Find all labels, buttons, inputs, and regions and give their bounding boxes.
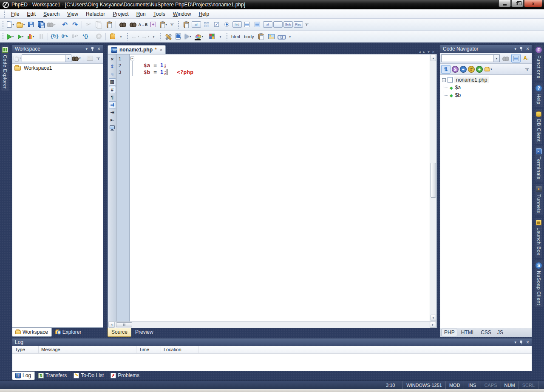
reload-lines-icon[interactable]: ≈ [109, 71, 116, 78]
insert-link-button[interactable] [277, 31, 286, 41]
step-into-button[interactable]: {↻} [50, 31, 60, 41]
toolbar-grip[interactable] [159, 33, 161, 40]
outdent-icon[interactable]: ⇤ [109, 116, 116, 124]
show-statics-button[interactable]: S [452, 66, 459, 73]
collapse-icon[interactable]: − [442, 78, 446, 82]
paste-html-button[interactable] [256, 31, 266, 41]
toolbar-grip[interactable] [2, 33, 4, 40]
toolbar-overflow[interactable]: ▾ [119, 35, 123, 38]
tree-file-row[interactable]: − noname1.php [440, 76, 532, 84]
column-type[interactable]: Type [12, 346, 39, 353]
workspace-filter-input[interactable] [22, 55, 65, 62]
pin-icon[interactable] [91, 47, 94, 51]
tab-launch-box[interactable]: Launch Box [535, 218, 542, 258]
doc-properties-button[interactable] [173, 31, 183, 41]
toolbar-overflow[interactable]: ▾ [305, 23, 309, 26]
tab-terminals[interactable]: >_ Terminals [535, 146, 543, 182]
show-public-button[interactable]: + [476, 66, 483, 73]
insert-submit-button[interactable]: Sub [283, 20, 293, 29]
tree-symbol-row[interactable]: ◆ $b [440, 91, 532, 99]
insert-body-tag-button[interactable]: body [242, 31, 256, 41]
code-editor[interactable]: − <?php $a = 1; $b = 1; [130, 54, 430, 321]
tab-nusoap-client[interactable]: S NuSoap Client [535, 260, 543, 307]
show-private-button[interactable]: − [460, 66, 467, 73]
run-to-cursor-button[interactable]: *{} [80, 31, 90, 41]
indent-icon[interactable]: ⇥ [109, 109, 116, 116]
menu-tools[interactable]: Tools [150, 10, 169, 18]
tab-html[interactable]: HTML [459, 329, 477, 336]
undo-button[interactable]: ↶ [60, 20, 70, 29]
run-button[interactable]: ▾ [6, 31, 15, 41]
menu-window[interactable]: Window [169, 10, 195, 18]
scroll-right-icon[interactable]: ▸ [430, 322, 436, 328]
horizontal-scroll-track[interactable] [115, 322, 429, 328]
settings-button[interactable] [163, 31, 173, 41]
insert-radio-button[interactable] [222, 20, 232, 29]
insert-edit-button[interactable]: xI [263, 20, 272, 29]
save-button[interactable] [26, 20, 36, 29]
toolbar-overflow[interactable]: ▾ [218, 35, 222, 38]
save-as-button[interactable]: ▾ [46, 20, 56, 29]
log-title-bar[interactable]: Log ▾ × [12, 338, 532, 346]
symbol-filter-input[interactable] [442, 55, 493, 62]
tab-php[interactable]: PHP [442, 329, 457, 336]
horizontal-scroll-thumb[interactable] [116, 322, 132, 327]
new-file-button[interactable]: ▾ [6, 20, 15, 29]
insert-button-button[interactable] [273, 20, 283, 29]
insert-text-field-button[interactable]: aI [191, 20, 201, 29]
pause-button[interactable] [36, 31, 46, 41]
tab-problems[interactable]: ✗ Problems [108, 372, 143, 380]
insert-radio-group-button[interactable] [201, 20, 211, 29]
panel-close-icon[interactable]: × [526, 46, 529, 52]
title-bar[interactable]: PhpED - Workspace1 - [C:\Users\Oleg Kasy… [0, 0, 544, 9]
vertical-scrollbar[interactable]: ▴ ▾ [430, 54, 436, 321]
vertical-scroll-thumb[interactable] [431, 163, 436, 198]
tab-noname1-php[interactable]: PHP noname1.php * × [108, 45, 166, 54]
tab-scroll-right-icon[interactable]: ▸ [423, 50, 425, 54]
toolbar-overflow[interactable]: ▾ [288, 35, 292, 38]
copy-button[interactable] [94, 20, 104, 29]
workspace-action-button[interactable]: ▾ [13, 54, 22, 63]
vertical-scroll-track[interactable] [430, 62, 436, 314]
tab-todo-list[interactable]: To-Do List [71, 372, 107, 380]
tree-symbol-row[interactable]: ◆ $a [440, 84, 532, 91]
insert-hidden-field-button[interactable]: hid [232, 20, 242, 29]
split-editor-icon[interactable]: ⇕ [109, 63, 116, 70]
find-in-files-button[interactable]: + [148, 20, 158, 29]
panel-menu-icon[interactable]: ▾ [514, 340, 516, 344]
close-editor-icon[interactable]: × [109, 55, 116, 62]
insert-reset-button[interactable]: Res [293, 20, 303, 29]
workspace-find-button[interactable]: ▾ [71, 54, 81, 63]
menu-help[interactable]: Help [195, 10, 213, 18]
debug-button[interactable]: ▾ [16, 31, 26, 41]
tab-js[interactable]: JS [495, 329, 505, 336]
deploy-button[interactable]: ▾ [183, 31, 193, 41]
open-file-button[interactable]: ▾ [16, 20, 26, 29]
line-numbers-icon[interactable]: # [109, 86, 116, 93]
workspace-filter-combo[interactable]: ▾ [22, 54, 71, 62]
toolbar-grip[interactable] [178, 21, 179, 28]
tab-workspace[interactable]: Workspace [12, 328, 52, 337]
menu-view[interactable]: View [63, 10, 82, 18]
tab-css[interactable]: CSS [479, 329, 493, 336]
column-message[interactable]: Message [39, 346, 136, 353]
find-next-button[interactable] [128, 20, 138, 29]
tab-code-explorer[interactable]: Code Explorer [1, 45, 9, 91]
combo-dropdown-icon[interactable]: ▾ [493, 55, 499, 62]
tab-db-client[interactable]: DB Client [535, 109, 542, 144]
navigator-find-button[interactable] [501, 54, 510, 62]
navigate-back-button[interactable]: ←▾ [130, 31, 140, 41]
step-over-button[interactable]: 0↷ [60, 31, 70, 41]
menu-file[interactable]: File [7, 10, 23, 18]
tab-close-all-icon[interactable]: × [432, 50, 434, 54]
tab-preview[interactable]: Preview [132, 328, 157, 336]
pin-icon[interactable] [520, 47, 523, 51]
tab-source[interactable]: Source [108, 328, 131, 337]
show-variables-button[interactable]: ⇅ [441, 65, 450, 74]
tab-close-icon[interactable]: × [160, 47, 162, 52]
codepage-icon[interactable] [109, 124, 116, 131]
step-out-button[interactable]: 0↶ [70, 31, 80, 41]
toolbar-grip[interactable] [127, 33, 128, 40]
symbol-filter-combo[interactable]: ▾ [441, 54, 500, 62]
toolbar-grip[interactable] [2, 21, 4, 28]
